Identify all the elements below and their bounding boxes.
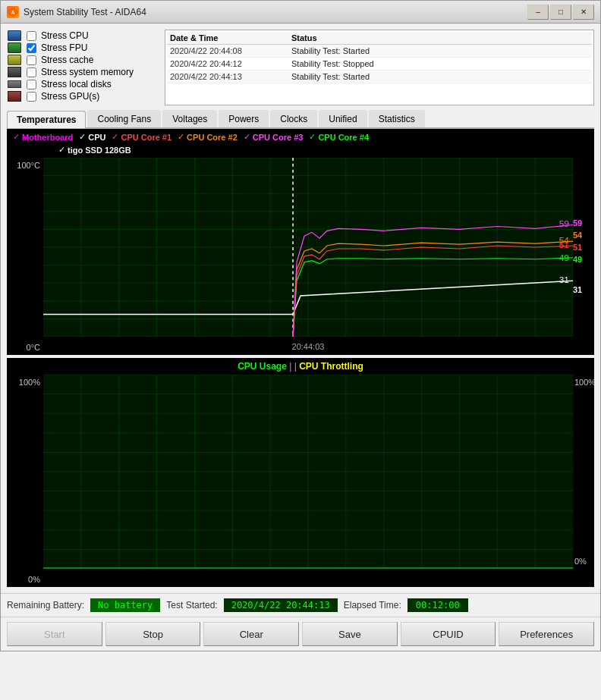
legend-core1-check: ✓: [112, 132, 118, 142]
stress-item-fpu: Stress FPU: [7, 42, 159, 54]
chart-legend-row1: ✓ Motherboard ✓ CPU ✓ CPU Core #1 ✓ CPU …: [7, 129, 594, 145]
chart2-right-labels: 100% 0%: [573, 375, 594, 569]
save-button[interactable]: Save: [302, 622, 398, 646]
disk-icon: [7, 79, 22, 89]
legend-core3-label: CPU Core #3: [253, 133, 304, 142]
stress-cache-label: Stress cache: [41, 55, 93, 65]
chart-time-label: 20:44:03: [292, 342, 325, 351]
stress-item-cpu: Stress CPU: [7, 30, 159, 42]
tab-clocks[interactable]: Clocks: [270, 110, 317, 127]
chart-y-max: 100°C: [10, 161, 40, 170]
svg-text:59: 59: [559, 219, 570, 230]
stress-cpu-checkbox[interactable]: [27, 31, 36, 41]
tabs-bar: Temperatures Cooling Fans Voltages Power…: [7, 110, 594, 129]
log-row-1: 2020/4/22 20:44:12 Stability Test: Stopp…: [167, 58, 592, 71]
chart2-y-min: 0%: [10, 575, 40, 584]
stress-cpu-label: Stress CPU: [41, 30, 89, 41]
stress-gpu-checkbox[interactable]: [27, 92, 36, 102]
svg-text:51: 51: [559, 240, 570, 250]
temperature-chart-svg: 59 54 51 49 31: [43, 158, 573, 337]
legend-ssd-label: tigo SSD 128GB: [68, 146, 131, 155]
minimize-button[interactable]: –: [527, 5, 549, 20]
tab-powers[interactable]: Powers: [219, 110, 269, 127]
main-content: Stress CPU Stress FPU Stress cache Stres…: [1, 24, 600, 593]
chart-y-axis: 100°C 0°C: [7, 158, 43, 355]
legend-core2: ✓ CPU Core #2: [178, 132, 238, 142]
stress-memory-label: Stress system memory: [41, 67, 134, 77]
chart2-title: CPU Usage | | CPU Throttling: [7, 358, 594, 375]
chart2-y-axis: 100% 0%: [7, 375, 43, 587]
tab-cooling-fans[interactable]: Cooling Fans: [87, 110, 161, 127]
stop-button[interactable]: Stop: [105, 622, 201, 646]
cpu-usage-chart-svg: [43, 375, 573, 569]
stress-panel: Stress CPU Stress FPU Stress cache Stres…: [7, 30, 159, 105]
tab-voltages[interactable]: Voltages: [162, 110, 217, 127]
cache-icon: [7, 55, 22, 65]
log-header-date: Date & Time: [170, 33, 291, 42]
legend-cpu: ✓ CPU: [79, 132, 105, 142]
stress-item-memory: Stress system memory: [7, 66, 159, 78]
fpu-icon: [7, 42, 22, 53]
legend-motherboard-label: Motherboard: [22, 133, 73, 142]
battery-value: No battery: [90, 598, 160, 612]
log-date-2: 2020/4/22 20:44:13: [170, 72, 291, 81]
log-status-2: Stability Test: Started: [291, 72, 589, 81]
window-title: System Stability Test - AIDA64: [24, 7, 527, 17]
tab-statistics[interactable]: Statistics: [369, 110, 425, 127]
chart2-separator: |: [289, 361, 291, 372]
battery-label: Remaining Battery:: [7, 600, 84, 611]
maximize-button[interactable]: □: [550, 5, 571, 20]
legend-ssd: ✓ tigo SSD 128GB: [58, 145, 131, 155]
chart2-right-min: 0%: [574, 557, 593, 566]
val-49: 49: [573, 255, 594, 264]
legend-core1: ✓ CPU Core #1: [112, 132, 171, 142]
legend-core4-check: ✓: [309, 132, 316, 142]
log-status-0: Stability Test: Started: [291, 46, 589, 55]
tab-unified[interactable]: Unified: [319, 110, 367, 127]
elapsed-value: 00:12:00: [407, 598, 468, 612]
legend-core1-label: CPU Core #1: [121, 133, 171, 142]
log-row-2: 2020/4/22 20:44:13 Stability Test: Start…: [167, 71, 592, 83]
val-31: 31: [573, 285, 594, 294]
log-header: Date & Time Status: [167, 32, 592, 45]
stress-fpu-label: Stress FPU: [41, 42, 87, 53]
legend-core3: ✓ CPU Core #3: [244, 132, 304, 142]
stress-disk-label: Stress local disks: [41, 79, 112, 89]
legend-ssd-check: ✓: [58, 145, 65, 155]
close-button[interactable]: ✕: [573, 5, 594, 20]
svg-text:49: 49: [559, 253, 570, 263]
chart2-canvas-wrapper: 100% 0%: [7, 375, 594, 587]
titlebar-buttons: – □ ✕: [527, 5, 594, 20]
clear-button[interactable]: Clear: [203, 622, 299, 646]
stress-item-cache: Stress cache: [7, 54, 159, 66]
stress-memory-checkbox[interactable]: [27, 67, 36, 77]
chart-right-labels: 59 54 51 49 31: [573, 158, 594, 337]
stress-disk-checkbox[interactable]: [27, 80, 36, 89]
gpu-icon: [7, 91, 22, 102]
elapsed-label: Elapsed Time:: [344, 600, 401, 611]
start-button[interactable]: Start: [7, 622, 102, 646]
cpu-icon: [7, 30, 22, 41]
chart2-right-max: 100%: [574, 378, 593, 387]
stress-cache-checkbox[interactable]: [27, 55, 36, 65]
log-status-1: Stability Test: Stopped: [291, 59, 589, 68]
log-date-1: 2020/4/22 20:44:12: [170, 59, 291, 68]
cpuid-button[interactable]: CPUID: [401, 622, 496, 646]
tab-temperatures[interactable]: Temperatures: [7, 111, 86, 128]
stress-item-gpu: Stress GPU(s): [7, 90, 159, 102]
temperature-chart-section: ✓ Motherboard ✓ CPU ✓ CPU Core #1 ✓ CPU …: [7, 129, 594, 355]
stress-gpu-label: Stress GPU(s): [41, 91, 99, 102]
log-row-0: 2020/4/22 20:44:08 Stability Test: Start…: [167, 45, 592, 58]
top-section: Stress CPU Stress FPU Stress cache Stres…: [7, 30, 594, 105]
log-date-0: 2020/4/22 20:44:08: [170, 46, 291, 55]
legend-motherboard: ✓ Motherboard: [13, 132, 73, 142]
chart2-y-max: 100%: [10, 378, 40, 387]
legend-motherboard-check: ✓: [13, 132, 20, 142]
stress-fpu-checkbox[interactable]: [27, 43, 36, 53]
chart-y-min: 0°C: [10, 343, 40, 352]
chart-canvas-area: 100°C 0°C: [7, 158, 594, 355]
log-header-status: Status: [291, 33, 589, 42]
button-bar: Start Stop Clear Save CPUID Preferences: [1, 617, 600, 651]
legend-core3-check: ✓: [244, 132, 250, 142]
preferences-button[interactable]: Preferences: [499, 622, 594, 646]
